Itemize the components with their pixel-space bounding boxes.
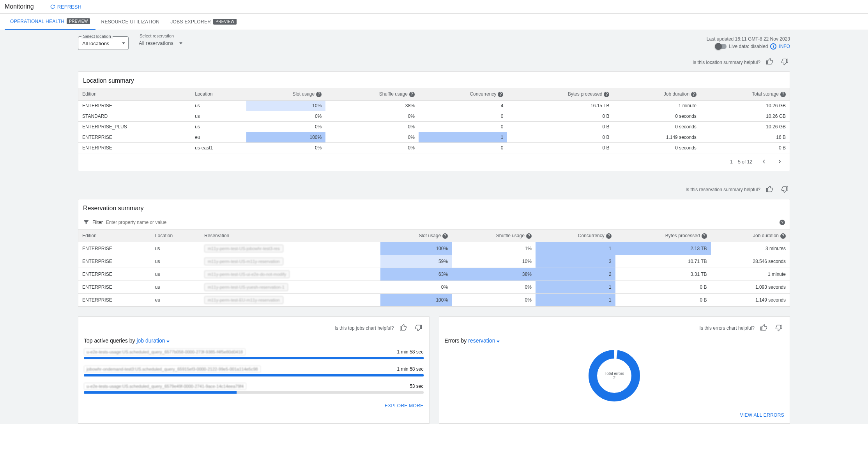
reservation-link[interactable]: m11y-perm-test-US-jobowhr-test3-res <box>204 245 283 252</box>
thumbs-down-button[interactable] <box>779 184 790 196</box>
table-row[interactable]: ENTERPRISEusm11y-perm-test-US-ui-e2e-do-… <box>78 268 790 281</box>
help-icon[interactable]: ? <box>316 92 322 97</box>
table-cell: 0% <box>380 281 452 293</box>
thumbs-down-button[interactable] <box>413 322 424 334</box>
page-title: Monitoring <box>5 3 34 10</box>
query-row[interactable]: u-e2e-tests-usage:US.scheduled_query_657… <box>84 348 424 359</box>
feedback-reservation: Is this reservation summary helpful? <box>0 181 868 199</box>
table-cell: 1 <box>536 242 615 255</box>
table-row[interactable]: ENTERPRISEus-east10%0%00 B0 seconds0 B <box>78 142 790 153</box>
column-header[interactable]: Shuffle usage? <box>325 88 419 100</box>
table-cell: us <box>151 281 200 293</box>
table-row[interactable]: ENTERPRISEeu100%0%10 B1.149 seconds16 B <box>78 132 790 142</box>
content-area: Select location All locations Select res… <box>0 30 868 424</box>
thumbs-up-button[interactable] <box>764 56 775 68</box>
table-row[interactable]: ENTERPRISEusm11y-perm-test-US-jobowhr-te… <box>78 242 790 255</box>
table-row[interactable]: ENTERPRISEusm11y-perm-test-US-yuesh-rese… <box>78 281 790 293</box>
table-cell: 1 <box>419 132 507 142</box>
column-header[interactable]: Location <box>151 230 200 242</box>
metric-dropdown[interactable]: job duration <box>136 337 170 344</box>
column-header[interactable]: Slot usage? <box>246 88 325 100</box>
table-row[interactable]: ENTERPRISE_PLUSus0%0%00 B0 seconds10.26 … <box>78 121 790 132</box>
column-header[interactable]: Slot usage? <box>380 230 452 242</box>
column-header[interactable]: Bytes processed? <box>507 88 613 100</box>
help-icon[interactable]: ? <box>702 233 707 239</box>
donut-center: Total errors 2 <box>605 371 624 380</box>
column-header[interactable]: Edition <box>78 88 191 100</box>
table-cell: 1% <box>452 242 536 255</box>
next-page-button[interactable] <box>775 156 785 168</box>
reservation-link[interactable]: m11y-perm-test-US-m11y-reservation <box>204 257 283 265</box>
column-header[interactable]: Bytes processed? <box>615 230 711 242</box>
help-icon[interactable]: ? <box>604 92 609 97</box>
bottom-row: Is this top jobs chart helpful? Top acti… <box>78 316 790 424</box>
table-row[interactable]: ENTERPRISEus10%38%416.15 TB1 minute10.26… <box>78 100 790 111</box>
column-header[interactable]: Job duration? <box>711 230 790 242</box>
column-header[interactable]: Reservation <box>200 230 380 242</box>
progress-bar <box>84 357 424 359</box>
thumbs-up-button[interactable] <box>398 322 409 334</box>
column-header[interactable]: Concurrency? <box>536 230 615 242</box>
progress-bar <box>84 374 424 376</box>
explore-more-link[interactable]: EXPLORE MORE <box>84 403 424 408</box>
help-icon[interactable]: ? <box>691 92 697 97</box>
query-duration: 53 sec <box>410 384 423 389</box>
errors-heading: Errors by reservation <box>445 337 785 344</box>
query-row[interactable]: jobowhr-ondemand-test3:US.scheduled_quer… <box>84 366 424 376</box>
table-cell: 2 <box>536 268 615 281</box>
thumbs-down-button[interactable] <box>779 56 790 68</box>
table-cell: us <box>151 242 200 255</box>
location-select[interactable]: Select location All locations <box>78 36 129 50</box>
reservation-select[interactable]: Select reservation All reservations <box>135 36 186 50</box>
help-icon[interactable]: ? <box>780 92 786 97</box>
thumbs-down-button[interactable] <box>773 322 784 334</box>
help-icon[interactable]: ? <box>442 233 448 239</box>
query-row[interactable]: u-e2e-tests-usage:US.scheduled_query_657… <box>84 383 424 394</box>
thumbs-down-icon <box>781 58 788 66</box>
table-cell: ENTERPRISE <box>78 268 151 281</box>
table-cell: 10.26 GB <box>700 121 790 132</box>
table-cell: 0% <box>452 293 536 306</box>
help-icon[interactable]: ? <box>606 233 612 239</box>
reservation-link[interactable]: m11y-perm-test-US-ui-e2e-do-not-modify <box>204 270 290 278</box>
tab-resource-utilization[interactable]: RESOURCE UTILIZATION <box>95 14 165 30</box>
column-header[interactable]: Job duration? <box>613 88 700 100</box>
help-icon[interactable]: ? <box>526 233 532 239</box>
help-icon[interactable]: ? <box>780 233 786 239</box>
table-cell: 1 <box>536 281 615 293</box>
thumbs-up-button[interactable] <box>758 322 769 334</box>
thumbs-up-button[interactable] <box>764 184 775 196</box>
reservation-link[interactable]: m11y-perm-test-EU-m11y-reservation <box>204 296 283 304</box>
column-header[interactable]: Concurrency? <box>419 88 507 100</box>
info-link[interactable]: INFO <box>779 44 790 49</box>
help-icon[interactable]: ? <box>780 220 785 225</box>
tab-jobs-explorer[interactable]: JOBS EXPLORER PREVIEW <box>165 14 242 30</box>
filter-input[interactable] <box>106 220 775 225</box>
table-row[interactable]: ENTERPRISEusm11y-perm-test-US-m11y-reser… <box>78 255 790 268</box>
column-header[interactable]: Location <box>191 88 246 100</box>
column-header[interactable]: Total storage? <box>700 88 790 100</box>
view-all-errors-link[interactable]: VIEW ALL ERRORS <box>445 412 785 418</box>
help-icon[interactable]: ? <box>409 92 415 97</box>
table-row[interactable]: STANDARDus0%0%00 B0 seconds10.26 GB <box>78 111 790 121</box>
table-cell: m11y-perm-test-US-m11y-reservation <box>200 255 380 268</box>
filter-label: Filter <box>92 220 103 225</box>
metric-dropdown[interactable]: reservation <box>468 337 500 344</box>
table-cell: 0 seconds <box>613 111 700 121</box>
help-icon[interactable]: ? <box>498 92 503 97</box>
table-cell: 0% <box>452 281 536 293</box>
table-cell: 0 B <box>700 142 790 153</box>
column-header[interactable]: Shuffle usage? <box>452 230 536 242</box>
donut-value: 2 <box>605 376 624 380</box>
section-title: Reservation summary <box>78 199 790 216</box>
column-header[interactable]: Edition <box>78 230 151 242</box>
prev-page-button[interactable] <box>758 156 769 168</box>
table-row[interactable]: ENTERPRISEeum11y-perm-test-EU-m11y-reser… <box>78 293 790 306</box>
table-cell: 100% <box>246 132 325 142</box>
tab-operational-health[interactable]: OPERATIONAL HEALTH PREVIEW <box>5 14 95 30</box>
reservation-link[interactable]: m11y-perm-test-US-yuesh-reservation-1 <box>204 283 288 291</box>
refresh-button[interactable]: REFRESH <box>49 4 81 10</box>
live-data-toggle[interactable] <box>716 44 727 49</box>
table-cell: 0% <box>325 111 419 121</box>
table-cell: 0% <box>325 132 419 142</box>
